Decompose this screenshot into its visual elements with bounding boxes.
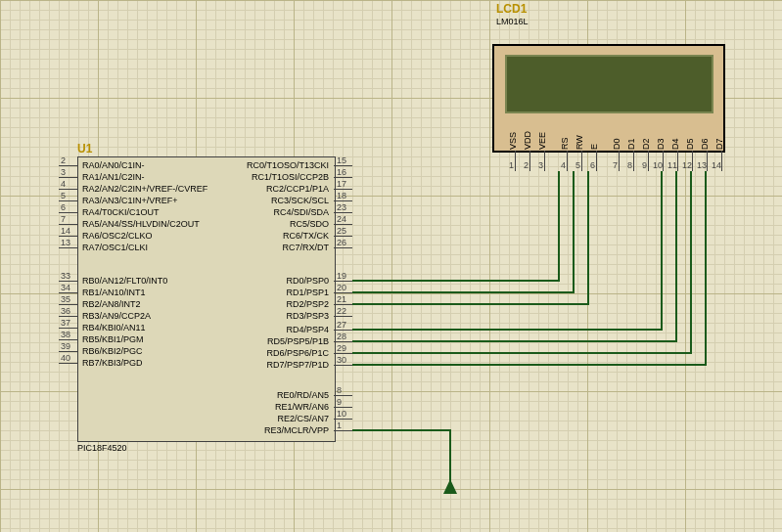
pin-stub (59, 177, 77, 178)
pin-number: 8 (337, 385, 342, 395)
pin-stub (59, 292, 77, 293)
pin-name: RA2/AN2/C2IN+/VREF-/CVREF (82, 184, 207, 194)
lcd-pin-name: RS (560, 137, 570, 150)
pin-number: 38 (61, 330, 70, 339)
pin-number: 40 (61, 353, 70, 363)
pin-stub (334, 353, 352, 354)
pin-number: 17 (337, 179, 346, 189)
lcd-pin-name: D5 (685, 138, 695, 150)
lcd-pin-number: 3 (534, 160, 543, 170)
pin-stub (334, 304, 352, 305)
lcd-pin-number: 4 (557, 160, 566, 170)
pin-name: RE3/MCLR/VPP (264, 425, 329, 435)
pin-stub (334, 419, 352, 420)
pin-stub (59, 165, 77, 166)
pin-name: RD5/PSP5/P1B (267, 336, 329, 346)
lcd-ref: LCD1 (496, 2, 527, 16)
pin-number: 29 (337, 343, 346, 353)
pin-number: 20 (337, 283, 346, 292)
lcd-pin-stub (692, 151, 693, 171)
pin-number: 23 (337, 202, 346, 212)
lcd-pin-number: 2 (520, 160, 529, 170)
lcd-pin-number: 13 (697, 160, 706, 170)
pin-name: RD2/PSP2 (286, 299, 329, 309)
pin-number: 24 (337, 214, 346, 224)
pin-name: RE0/RD/AN5 (277, 390, 329, 400)
pin-name: RB3/AN9/CCP2A (82, 311, 151, 321)
pin-number: 28 (337, 332, 346, 341)
pin-number: 4 (61, 179, 66, 189)
lcd-pin-name: RW (575, 135, 584, 150)
pin-name: RE2/CS/AN7 (277, 414, 329, 423)
lcd-pin-stub (581, 151, 582, 171)
pin-number: 35 (61, 294, 70, 304)
lcd-pin-stub (633, 151, 634, 171)
pin-name: RB2/AN8/INT2 (82, 299, 141, 309)
pin-name: RA7/OSC1/CLKI (82, 243, 148, 252)
pin-stub (334, 281, 352, 282)
pin-name: RA1/AN1/C2IN- (82, 172, 145, 182)
pin-name: RD7/PSP7/P1D (266, 360, 329, 370)
pin-stub (334, 430, 352, 431)
lcd-pin-stub (567, 151, 568, 171)
lcd-pin-name: VDD (523, 131, 532, 150)
pin-stub (59, 247, 77, 248)
lcd-pin-stub (677, 151, 678, 171)
lcd-pin-number: 6 (586, 160, 595, 170)
pin-stub (59, 212, 77, 213)
pin-name: RD3/PSP3 (286, 311, 329, 321)
pin-name: RD6/PSP6/P1C (266, 348, 329, 358)
pin-name: RE1/WR/AN6 (275, 402, 329, 412)
pin-stub (334, 165, 352, 166)
pin-name: RC0/T1OSO/T13CKI (247, 160, 329, 170)
pin-stub (334, 236, 352, 237)
lcd-pin-stub (529, 151, 530, 171)
pin-stub (59, 316, 77, 317)
pin-number: 33 (61, 271, 70, 281)
pin-number: 19 (337, 271, 346, 281)
pin-number: 16 (337, 167, 346, 177)
pin-stub (59, 339, 77, 340)
chip-ref: U1 (77, 142, 92, 155)
pin-stub (334, 189, 352, 190)
pin-number: 6 (61, 202, 66, 212)
pin-number: 36 (61, 306, 70, 316)
pin-stub (334, 212, 352, 213)
pin-stub (334, 224, 352, 225)
lcd-pin-stub (544, 151, 545, 171)
pin-name: RA4/T0CKI/C1OUT (82, 207, 160, 217)
lcd-pin-name: D3 (656, 138, 666, 150)
pin-number: 2 (61, 155, 66, 165)
lcd-pin-number: 7 (609, 160, 618, 170)
pin-number: 18 (337, 191, 346, 200)
lcd-pin-stub (648, 151, 649, 171)
pin-stub (59, 200, 77, 201)
lcd-pin-stub (596, 151, 597, 171)
pin-number: 1 (337, 421, 342, 430)
pin-name: RB1/AN10/INT1 (82, 288, 146, 297)
pin-stub (59, 224, 77, 225)
lcd-pin-name: D0 (612, 138, 621, 150)
pin-number: 27 (337, 320, 346, 330)
pin-name: RD0/PSP0 (286, 276, 329, 286)
pin-number: 37 (61, 318, 70, 328)
pin-number: 9 (337, 397, 342, 407)
pin-name: RC6/TX/CK (283, 231, 329, 241)
pin-number: 5 (61, 191, 66, 200)
pin-number: 25 (337, 226, 346, 236)
pin-number: 21 (337, 294, 346, 304)
lcd-pin-name: D6 (700, 138, 710, 150)
pin-name: RA0/AN0/C1IN- (82, 160, 145, 170)
pin-number: 14 (61, 226, 70, 236)
lcd-pin-name: E (589, 144, 599, 150)
lcd-pin-name: D7 (714, 138, 724, 150)
lcd-pin-name: D1 (626, 138, 636, 150)
pin-number: 13 (61, 238, 70, 247)
pin-name: RC7/RX/DT (282, 243, 329, 252)
lcd-pin-number: 11 (667, 160, 676, 170)
pin-name: RB0/AN12/FLT0/INT0 (82, 276, 167, 286)
lcd-pin-stub (619, 151, 620, 171)
pin-stub (334, 365, 352, 366)
pin-name: RA6/OSC2/CLKO (82, 231, 153, 241)
lcd-pin-name: D2 (641, 138, 651, 150)
